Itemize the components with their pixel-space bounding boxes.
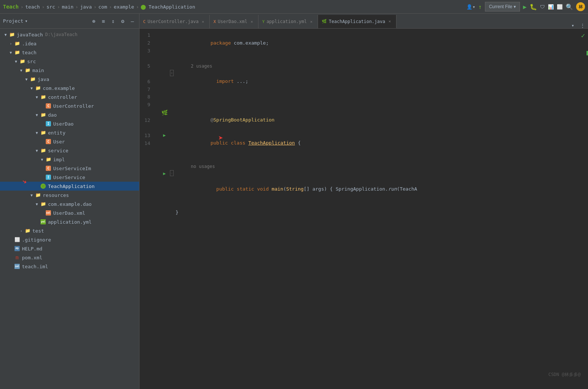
code-line-3: + import ...; xyxy=(161,70,588,93)
tree-item-UserController[interactable]: C UserController xyxy=(0,101,139,110)
chevron-javaTeach: ▼ xyxy=(3,32,8,37)
tree-item-entity[interactable]: ▼ 📁 entity xyxy=(0,128,139,137)
chevron-service: ▼ xyxy=(34,148,39,153)
tab-close-application[interactable]: × xyxy=(309,19,314,24)
hide-icon[interactable]: — xyxy=(129,17,136,25)
tree-item-UserServiceImpl[interactable]: C UserServiceIm xyxy=(0,164,139,173)
tab-close-usercontroller[interactable]: × xyxy=(200,19,206,24)
tab-UserDao[interactable]: X UserDao.xml × xyxy=(210,15,258,28)
collapse-method[interactable]: - xyxy=(170,170,173,176)
code-content[interactable]: ✓ package com.example; xyxy=(156,29,588,389)
gutter-7: ▶ xyxy=(161,132,168,139)
tree-item-service[interactable]: ▼ 📁 service xyxy=(0,146,139,155)
code-text-7: public class TeachApplication { xyxy=(176,132,588,155)
breadcrumb-main[interactable]: main xyxy=(62,4,73,10)
tree-item-src[interactable]: ▼ 📁 src xyxy=(0,57,139,66)
search-button[interactable]: 🔍 xyxy=(566,3,573,10)
tree-item-UserDao[interactable]: I UserDao xyxy=(0,119,139,128)
tab-UserController[interactable]: C UserController.java × xyxy=(139,15,210,28)
update-icon[interactable]: ↑ xyxy=(478,3,482,10)
tree-item-pom-xml[interactable]: m pom.xml xyxy=(0,253,139,262)
chevron-main: ▼ xyxy=(19,68,24,73)
tab-application[interactable]: Y application.yml × xyxy=(258,15,318,28)
breadcrumb-example[interactable]: example xyxy=(114,4,134,10)
user-avatar[interactable]: 林 xyxy=(576,2,585,11)
tree-item-HELP-md[interactable]: MD HELP.md xyxy=(0,244,139,253)
code-text-9: public static void main(String[] args) {… xyxy=(176,170,588,201)
tree-item-com-example[interactable]: ▼ 📁 com.example xyxy=(0,84,139,93)
main-layout: Project ▾ ⊕ ≡ ⇕ ⚙ — ▼ 📁 javaTeach D:\jav… xyxy=(0,14,588,389)
project-dropdown-icon[interactable]: ▾ xyxy=(25,18,28,24)
tree-item-teach-iml[interactable]: iml teach.iml xyxy=(0,262,139,271)
run-arrow-7[interactable]: ▶ xyxy=(163,132,166,139)
tree-item-UserService[interactable]: I UserService ➜ xyxy=(0,173,139,182)
profiler-button[interactable]: 📊 xyxy=(548,4,554,10)
code-line-9-wrapper: no usages ▶ - public static void main(St… xyxy=(161,163,588,201)
tree-item-idea[interactable]: › 📁 .idea xyxy=(0,39,139,48)
tree-label-impl: impl xyxy=(53,157,65,162)
code-line-3-wrapper: 2 usages + import ...; xyxy=(161,62,588,93)
coverage-button[interactable]: 🛡 xyxy=(540,4,545,10)
tree-item-impl[interactable]: ▼ 📁 impl xyxy=(0,155,139,164)
tree-item-controller[interactable]: ▼ 📁 controller xyxy=(0,93,139,101)
md-icon-help: MD xyxy=(14,246,20,252)
yaml-icon-application: yml xyxy=(40,219,46,225)
code-text-1: package com.example; xyxy=(176,32,588,55)
tree-item-UserDao-xml[interactable]: xml UserDao.xml xyxy=(0,208,139,217)
tree-label-javaTeach: javaTeach xyxy=(17,32,43,38)
layout-button[interactable]: ⬜ xyxy=(557,4,563,10)
locate-icon[interactable]: ⊕ xyxy=(90,17,97,25)
tree-item-TeachApplication[interactable]: 🌿 TeachApplication xyxy=(0,182,139,191)
vcs-icon[interactable]: 👤▾ xyxy=(466,4,475,10)
tree-label-UserDao: UserDao xyxy=(53,121,74,127)
teach-app-classname: TeachApplication xyxy=(248,140,295,146)
tree-label-resources: resources xyxy=(43,192,69,198)
current-file-button[interactable]: Current File ▾ xyxy=(485,2,520,12)
tab-close-userdao[interactable]: × xyxy=(249,19,254,24)
run-arrow-9[interactable]: ▶ xyxy=(163,170,166,177)
tree-item-main[interactable]: ▼ 📁 main xyxy=(0,66,139,75)
breadcrumb-teach[interactable]: teach xyxy=(25,4,40,10)
tree-label-controller: controller xyxy=(48,94,77,100)
run-button[interactable]: ▶ xyxy=(523,3,527,10)
tree-item-dao[interactable]: ▼ 📁 dao xyxy=(0,110,139,119)
code-line-6: 🌿 @SpringBootApplication xyxy=(161,108,588,132)
top-nav-bar: Teach › teach › src › main › java › com … xyxy=(0,0,588,14)
breadcrumb-teachapp[interactable]: TeachApplication xyxy=(148,4,195,10)
tab-options-button[interactable]: ⋮ xyxy=(577,23,588,28)
tree-item-User[interactable]: C User xyxy=(0,137,139,146)
tab-close-teachapp[interactable]: × xyxy=(387,19,392,24)
collapse-import[interactable]: + xyxy=(170,70,173,76)
code-line-14 xyxy=(161,217,588,224)
tree-label-teach: teach xyxy=(22,50,36,55)
tab-label-application: application.yml xyxy=(267,19,307,24)
code-line-9: ▶ - public static void main(String[] arg… xyxy=(161,170,588,201)
code-text-6: @SpringBootApplication xyxy=(176,108,588,132)
tree-item-application-yml[interactable]: yml application.yml xyxy=(0,217,139,226)
breadcrumb-src[interactable]: src xyxy=(46,4,55,10)
tab-TeachApplication[interactable]: 🌿 TeachApplication.java × xyxy=(318,15,396,28)
tree-item-resources[interactable]: ▼ 📁 resources xyxy=(0,191,139,200)
breadcrumb-com[interactable]: com xyxy=(99,4,107,10)
tree-item-javaTeach[interactable]: ▼ 📁 javaTeach D:\javaTeach xyxy=(0,30,139,39)
tree-item-gitignore[interactable]: ⬜ .gitignore xyxy=(0,235,139,244)
breadcrumb-java[interactable]: java xyxy=(80,4,91,10)
tab-label-userdao: UserDao.xml xyxy=(218,19,247,24)
tree-label-UserServiceImpl: UserServiceIm xyxy=(53,166,91,171)
collapse-all-icon[interactable]: ≡ xyxy=(100,17,107,25)
debug-button[interactable]: 🐛 xyxy=(530,3,537,10)
xml-icon-userdao: xml xyxy=(45,210,51,216)
tree-item-java[interactable]: ▼ 📁 java xyxy=(0,75,139,84)
chevron-impl: ▼ xyxy=(39,157,45,162)
tab-more-button[interactable]: ▾ xyxy=(568,23,577,28)
tree-label-src: src xyxy=(27,59,36,64)
tab-icon-teachapp: 🌿 xyxy=(322,19,327,24)
tree-item-teach[interactable]: ▼ 📁 teach xyxy=(0,48,139,57)
expand-icon[interactable]: ⇕ xyxy=(109,17,117,25)
tree-item-test[interactable]: › 📁 test xyxy=(0,226,139,235)
tab-icon-usercontroller: C xyxy=(143,19,146,24)
settings-icon[interactable]: ⚙ xyxy=(119,17,126,25)
tree-item-com-example-dao[interactable]: ▼ 📁 com.example.dao xyxy=(0,200,139,208)
teach-logo: Teach xyxy=(3,4,19,10)
tree-path-javaTeach: D:\javaTeach xyxy=(45,32,77,37)
